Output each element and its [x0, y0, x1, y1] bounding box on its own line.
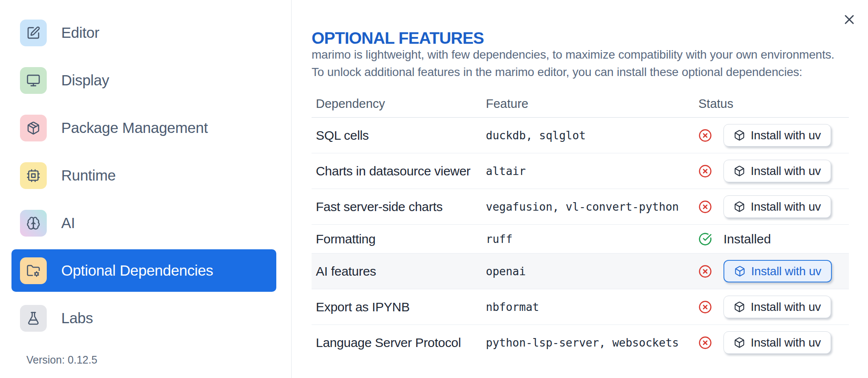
header-status: Status	[694, 97, 849, 111]
close-icon[interactable]	[841, 11, 858, 28]
package-icon	[20, 115, 47, 141]
feature-packages: openai	[482, 265, 694, 278]
box-icon	[734, 301, 745, 313]
sidebar-item-package-management[interactable]: Package Management	[11, 107, 276, 149]
sidebar-item-label: Editor	[61, 24, 99, 41]
sidebar-item-runtime[interactable]: Runtime	[11, 154, 276, 197]
settings-dialog: Editor Display Package Management Runtim…	[0, 0, 868, 378]
table-header-row: Dependency Feature Status	[312, 90, 849, 118]
sidebar-item-display[interactable]: Display	[11, 59, 276, 102]
install-button-label: Install with uv	[751, 300, 821, 314]
box-icon	[734, 130, 745, 141]
install-with-uv-button[interactable]: Install with uv	[723, 160, 831, 182]
circle-x-icon	[698, 129, 712, 142]
sidebar-item-labs[interactable]: Labs	[11, 297, 276, 339]
status-cell: Install with uv	[694, 296, 849, 318]
sidebar-item-label: Runtime	[61, 167, 116, 184]
install-button-label: Install with uv	[751, 200, 821, 214]
feature-packages: ruff	[482, 233, 694, 245]
table-row: Charts in datasource viewer altair Insta…	[312, 153, 849, 189]
dependency-name: Fast server-side charts	[312, 200, 482, 214]
sidebar-item-ai[interactable]: AI	[11, 202, 276, 244]
status-cell: Installed	[694, 232, 849, 246]
install-button-label: Install with uv	[751, 336, 821, 350]
install-button-label: Install with uv	[751, 129, 821, 142]
dependency-name: Export as IPYNB	[312, 300, 482, 314]
install-with-uv-button[interactable]: Install with uv	[723, 331, 831, 354]
install-with-uv-button-focused[interactable]: Install with uv	[723, 260, 832, 282]
page-description: marimo is lightweight, with few dependen…	[312, 46, 834, 81]
version-label: Version: 0.12.5	[26, 354, 97, 366]
monitor-icon	[20, 67, 47, 94]
install-button-label: Install with uv	[751, 164, 821, 178]
optional-features-panel: OPTIONAL FEATURES marimo is lightweight,…	[292, 0, 868, 378]
header-feature: Feature	[482, 97, 694, 111]
circle-x-icon	[698, 200, 712, 214]
settings-sidebar: Editor Display Package Management Runtim…	[0, 0, 291, 378]
circle-x-icon	[698, 300, 712, 314]
circle-x-icon	[698, 265, 712, 278]
folder-cog-icon	[20, 257, 47, 284]
install-with-uv-button[interactable]: Install with uv	[723, 296, 831, 318]
feature-packages: nbformat	[482, 301, 694, 313]
dependency-name: Charts in datasource viewer	[312, 164, 482, 178]
table-row: Fast server-side charts vegafusion, vl-c…	[312, 189, 849, 225]
dependencies-table: Dependency Feature Status SQL cells duck…	[312, 90, 849, 360]
dependency-name: Formatting	[312, 232, 482, 246]
dependency-name: AI features	[312, 264, 482, 279]
sidebar-item-label: Display	[61, 72, 109, 89]
circle-check-icon	[698, 232, 712, 246]
page-title: OPTIONAL FEATURES	[312, 29, 484, 48]
box-icon	[734, 165, 745, 177]
square-pen-icon	[20, 20, 47, 46]
installed-status-label: Installed	[723, 232, 771, 246]
sidebar-item-editor[interactable]: Editor	[11, 11, 276, 54]
feature-packages: duckdb, sqlglot	[482, 129, 694, 142]
status-cell: Install with uv	[694, 160, 849, 182]
box-icon	[734, 265, 746, 277]
table-row: Language Server Protocol python-lsp-serv…	[312, 325, 849, 360]
install-with-uv-button[interactable]: Install with uv	[723, 124, 831, 147]
circle-x-icon	[698, 164, 712, 178]
table-row: AI features openai Install with uv	[312, 254, 849, 289]
feature-packages: python-lsp-server, websockets	[482, 336, 694, 349]
feature-packages: vegafusion, vl-convert-python	[482, 200, 694, 213]
description-line-1: marimo is lightweight, with few dependen…	[312, 46, 834, 63]
dependency-name: Language Server Protocol	[312, 336, 482, 350]
feature-packages: altair	[482, 165, 694, 178]
status-cell: Install with uv	[694, 331, 849, 354]
sidebar-item-label: Package Management	[61, 119, 208, 136]
box-icon	[734, 201, 745, 212]
box-icon	[734, 337, 745, 348]
dependency-name: SQL cells	[312, 128, 482, 143]
install-with-uv-button[interactable]: Install with uv	[723, 195, 831, 218]
brain-icon	[20, 210, 47, 237]
cpu-icon	[20, 162, 47, 189]
table-row: Export as IPYNB nbformat Install with uv	[312, 289, 849, 325]
install-button-label: Install with uv	[751, 265, 821, 278]
table-row: SQL cells duckdb, sqlglot Install with u…	[312, 118, 849, 153]
sidebar-item-label: AI	[61, 214, 75, 231]
sidebar-item-label: Optional Dependencies	[61, 262, 213, 279]
header-dependency: Dependency	[312, 97, 482, 111]
circle-x-icon	[698, 336, 712, 350]
sidebar-item-optional-dependencies[interactable]: Optional Dependencies	[11, 249, 276, 292]
description-line-2: To unlock additional features in the mar…	[312, 63, 834, 81]
table-row: Formatting ruff Installed	[312, 225, 849, 254]
flask-icon	[20, 305, 47, 332]
status-cell: Install with uv	[694, 260, 849, 282]
status-cell: Install with uv	[694, 124, 849, 147]
sidebar-item-label: Labs	[61, 310, 93, 327]
status-cell: Install with uv	[694, 195, 849, 218]
